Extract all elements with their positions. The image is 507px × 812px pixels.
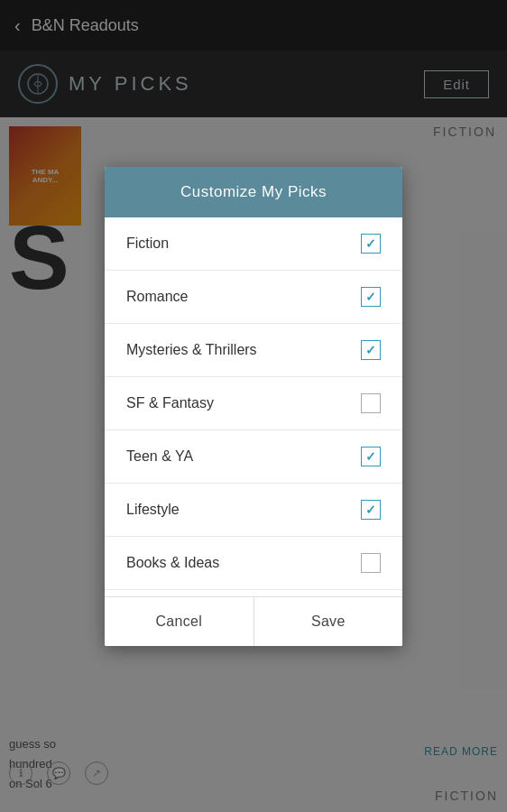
checkbox-box[interactable]: ✓ (361, 234, 381, 254)
save-button[interactable]: Save (254, 597, 403, 646)
checkmark-icon: ✓ (365, 290, 376, 304)
checkbox-item[interactable]: Science & Tech✓ (105, 590, 402, 596)
checkbox-label: Romance (126, 289, 188, 305)
customize-modal: Customize My Picks Fiction✓Romance✓Myste… (105, 167, 402, 646)
checkbox-item[interactable]: Romance✓ (105, 271, 402, 324)
checkbox-box[interactable]: ✓ (361, 287, 381, 307)
checkmark-icon: ✓ (365, 343, 376, 357)
checkbox-item[interactable]: Fiction✓ (105, 217, 402, 271)
checkbox-label: Books & Ideas (126, 555, 219, 571)
modal-header: Customize My Picks (105, 167, 402, 217)
checkmark-icon: ✓ (365, 236, 376, 251)
checkbox-label: Lifestyle (126, 502, 180, 518)
modal-title: Customize My Picks (180, 183, 327, 200)
checkbox-item[interactable]: SF & Fantasy✓ (105, 377, 402, 430)
checkbox-item[interactable]: Mysteries & Thrillers✓ (105, 324, 402, 377)
checkmark-icon: ✓ (365, 449, 376, 464)
checkbox-box[interactable]: ✓ (361, 340, 381, 360)
checkbox-box[interactable]: ✓ (361, 447, 381, 466)
modal-footer: Cancel Save (105, 596, 402, 646)
checkbox-item[interactable]: Books & Ideas✓ (105, 537, 402, 590)
checkbox-label: SF & Fantasy (126, 395, 214, 411)
checkbox-box[interactable]: ✓ (361, 500, 381, 520)
checkmark-icon: ✓ (365, 503, 376, 517)
checkbox-item[interactable]: Lifestyle✓ (105, 484, 402, 537)
modal-body: Fiction✓Romance✓Mysteries & Thrillers✓SF… (105, 217, 402, 596)
checkbox-label: Teen & YA (126, 448, 193, 465)
cancel-button[interactable]: Cancel (105, 597, 254, 646)
checkbox-box[interactable]: ✓ (361, 553, 381, 573)
checkbox-label: Fiction (126, 235, 169, 252)
modal-overlay: Customize My Picks Fiction✓Romance✓Myste… (0, 0, 507, 812)
checkbox-item[interactable]: Teen & YA✓ (105, 430, 402, 484)
checkbox-box[interactable]: ✓ (361, 393, 381, 413)
checkbox-label: Mysteries & Thrillers (126, 342, 257, 358)
